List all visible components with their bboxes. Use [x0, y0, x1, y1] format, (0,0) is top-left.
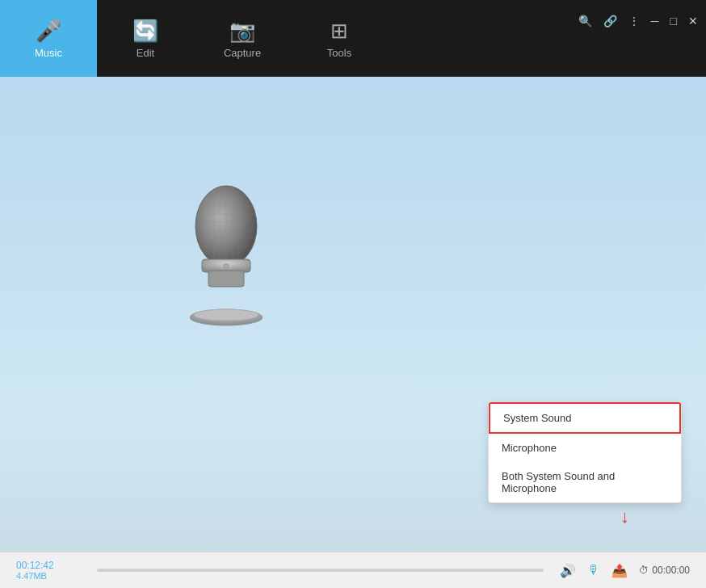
dropdown-item-microphone[interactable]: Microphone	[489, 434, 681, 462]
minimize-icon[interactable]: ─	[651, 15, 659, 27]
tab-tools-label: Tools	[327, 47, 351, 59]
capture-icon: 📷	[229, 19, 255, 44]
dropdown-arrow-indicator: ↓	[620, 506, 629, 527]
file-size: 4.47MB	[16, 571, 47, 581]
svg-point-18	[194, 309, 258, 321]
tab-capture[interactable]: 📷 Capture	[194, 0, 291, 77]
tab-tools[interactable]: ⊞ Tools	[291, 0, 388, 77]
titlebar: 🎤 Music 🔄 Edit 📷 Capture ⊞ Tools 🔍 🔗 ⋮ ─…	[0, 0, 706, 77]
both-label: Both System Sound and Microphone	[502, 470, 668, 494]
share-icon[interactable]: 🔗	[603, 15, 617, 27]
dropdown-item-both[interactable]: Both System Sound and Microphone	[489, 462, 681, 502]
close-icon[interactable]: ✕	[688, 15, 698, 27]
tab-music-label: Music	[35, 47, 62, 59]
edit-icon: 🔄	[132, 19, 158, 44]
tab-music[interactable]: 🎤 Music	[0, 0, 97, 77]
microphone-icon[interactable]: 🎙	[587, 563, 600, 578]
timer-display: ⏱ 00:00:00	[639, 565, 690, 576]
recording-time: 00:12:42	[16, 560, 54, 571]
status-info: 00:12:42 4.47MB	[16, 560, 81, 581]
tools-icon: ⊞	[330, 19, 348, 44]
progress-bar	[97, 569, 544, 572]
maximize-icon[interactable]: □	[670, 15, 677, 27]
dropdown-item-system-sound[interactable]: System Sound	[489, 402, 681, 434]
main-content: System Sound Microphone Both System Soun…	[0, 77, 706, 552]
nav-tabs: 🎤 Music 🔄 Edit 📷 Capture ⊞ Tools	[0, 0, 388, 77]
tab-edit-label: Edit	[137, 47, 154, 59]
status-controls: 🔊 🎙 📤 ⏱ 00:00:00	[560, 563, 690, 578]
music-icon: 🎤	[36, 19, 61, 44]
statusbar: 00:12:42 4.47MB 🔊 🎙 📤 ⏱ 00:00:00	[0, 552, 706, 588]
volume-icon[interactable]: 🔊	[560, 563, 576, 578]
microphone-illustration	[162, 174, 291, 351]
tab-edit[interactable]: 🔄 Edit	[97, 0, 194, 77]
search-icon[interactable]: 🔍	[578, 15, 592, 27]
window-controls: 🔍 🔗 ⋮ ─ □ ✕	[578, 15, 698, 27]
system-sound-label: System Sound	[503, 412, 572, 424]
timer-value: 00:00:00	[652, 565, 690, 576]
svg-point-14	[224, 263, 229, 268]
clock-icon: ⏱	[639, 565, 649, 576]
audio-source-dropdown: System Sound Microphone Both System Soun…	[488, 401, 682, 503]
tab-capture-label: Capture	[224, 47, 261, 59]
more-icon[interactable]: ⋮	[628, 15, 640, 27]
microphone-label: Microphone	[502, 442, 557, 454]
export-icon[interactable]: 📤	[611, 563, 628, 578]
